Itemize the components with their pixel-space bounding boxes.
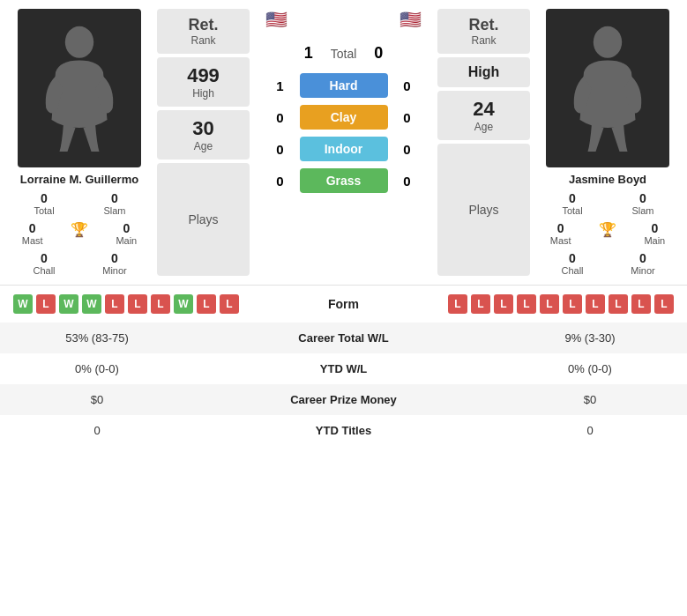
grass-surface-btn[interactable]: Grass	[300, 168, 388, 193]
left-player-stats: 0 Total 0 Slam 0 Mast 🏆	[9, 191, 150, 276]
form-section: WLWWLLLWLL Form LLLLLLLLLL	[0, 285, 687, 323]
left-main-stat: 0 Main	[104, 221, 148, 246]
hard-right-score: 0	[399, 78, 416, 93]
stat-center-label-0: Career Total W/L	[194, 323, 493, 353]
stat-left-val-0: 53% (83-75)	[0, 323, 194, 353]
left-trophy-icon: 🏆	[71, 221, 88, 238]
right-minor-label: Minor	[631, 265, 655, 276]
left-rank-sublabel: Rank	[164, 34, 243, 47]
right-chall-value: 0	[569, 251, 576, 265]
left-silhouette-svg	[40, 22, 119, 154]
left-chall-label: Chall	[33, 265, 55, 276]
form-badge-right-L: L	[563, 294, 582, 314]
form-badge-right-L: L	[586, 294, 605, 314]
form-badge-right-L: L	[471, 294, 490, 314]
left-trophy-icon-item: 🏆	[57, 221, 101, 246]
clay-surface-btn[interactable]: Clay	[300, 105, 388, 130]
left-mast-value: 0	[29, 221, 36, 235]
stat-right-val-3: 0	[493, 415, 687, 446]
left-age-box: 30 Age	[157, 110, 250, 160]
right-mast-stat: 0 Mast	[539, 221, 583, 246]
left-main-label: Main	[116, 235, 137, 246]
stat-left-val-1: 0% (0-0)	[0, 353, 194, 384]
left-total-value: 0	[41, 191, 48, 205]
total-label: Total	[331, 47, 357, 61]
right-chall-stat: 0 Chall	[550, 251, 594, 276]
form-badge-left-L: L	[128, 294, 147, 314]
left-stats-row-1: 0 Total 0 Slam	[9, 191, 150, 216]
clay-right-score: 0	[399, 110, 416, 125]
right-mast-label: Mast	[550, 235, 571, 246]
right-minor-value: 0	[639, 251, 646, 265]
right-player-avatar	[546, 9, 669, 167]
form-badge-right-L: L	[654, 294, 674, 314]
right-main-label: Main	[644, 235, 665, 246]
total-left-score: 1	[300, 44, 317, 63]
stat-left-val-3: 0	[0, 415, 194, 446]
indoor-surface-btn[interactable]: Indoor	[300, 137, 388, 161]
right-total-value: 0	[569, 191, 576, 205]
left-rank-ret: Ret.	[164, 16, 243, 34]
flags-row	[257, 9, 430, 30]
right-slam-label: Slam	[631, 205, 653, 216]
right-rank-ret: Ret.	[444, 16, 523, 34]
table-row: 53% (83-75) Career Total W/L 9% (3-30)	[0, 323, 687, 353]
left-player-name: Lorraine M. Guillermo	[20, 173, 138, 186]
form-badge-right-L: L	[540, 294, 559, 314]
right-minor-stat: 0 Minor	[621, 251, 665, 276]
right-age-label: Age	[444, 121, 523, 133]
left-rank-value: 499	[164, 64, 243, 87]
right-stats-row-3: 0 Chall 0 Minor	[537, 251, 678, 276]
left-mast-label: Mast	[22, 235, 43, 246]
surface-row-hard: 1 Hard 0	[257, 73, 430, 98]
form-badge-right-L: L	[517, 294, 536, 314]
right-mast-value: 0	[557, 221, 564, 235]
right-stats-row-2: 0 Mast 🏆 0 Main	[537, 221, 678, 246]
hard-surface-btn[interactable]: Hard	[300, 73, 388, 98]
right-player-name: Jasmine Boyd	[569, 173, 646, 186]
left-minor-value: 0	[111, 251, 118, 265]
left-plays-label: Plays	[188, 212, 218, 226]
right-rank-sublabel: Rank	[444, 34, 523, 47]
left-minor-stat: 0 Minor	[93, 251, 137, 276]
right-slam-stat: 0 Slam	[621, 191, 665, 216]
left-total-label: Total	[34, 205, 54, 216]
right-trophy-icon-item: 🏆	[586, 221, 630, 246]
svg-point-1	[594, 26, 622, 58]
form-badge-left-L: L	[220, 294, 239, 314]
clay-left-score: 0	[272, 110, 289, 125]
left-mast-stat: 0 Mast	[11, 221, 55, 246]
table-row: $0 Career Prize Money $0	[0, 384, 687, 415]
right-trophy-icon: 🏆	[599, 221, 616, 238]
right-silhouette	[546, 9, 669, 167]
right-age-box: 24 Age	[437, 91, 530, 140]
left-flag	[265, 9, 287, 30]
hard-left-score: 1	[272, 78, 289, 93]
players-section: Lorraine M. Guillermo 0 Total 0 Slam 0	[0, 0, 687, 285]
left-rank-tier: High	[164, 87, 243, 100]
right-rank-box: Ret. Rank	[437, 9, 530, 54]
left-minor-label: Minor	[102, 265, 127, 276]
left-age-label: Age	[164, 140, 243, 152]
right-main-value: 0	[651, 221, 658, 235]
surface-row-grass: 0 Grass 0	[257, 168, 430, 193]
stat-right-val-1: 0% (0-0)	[493, 353, 687, 384]
stats-table: 53% (83-75) Career Total W/L 9% (3-30) 0…	[0, 323, 687, 446]
right-slam-value: 0	[639, 191, 646, 205]
right-player-card: Jasmine Boyd 0 Total 0 Slam 0 Mast	[537, 9, 678, 276]
left-chall-stat: 0 Chall	[22, 251, 66, 276]
left-slam-value: 0	[111, 191, 118, 205]
form-badge-right-L: L	[494, 294, 513, 314]
stat-center-label-2: Career Prize Money	[194, 384, 493, 415]
right-main-stat: 0 Main	[632, 221, 676, 246]
right-flag	[400, 9, 422, 30]
left-plays-box: Plays	[157, 163, 250, 276]
form-badge-left-L: L	[105, 294, 124, 314]
left-rank-box: Ret. Rank	[157, 9, 250, 54]
left-stats-row-2: 0 Mast 🏆 0 Main	[9, 221, 150, 246]
total-row: 1 Total 0	[257, 44, 430, 63]
stat-left-val-2: $0	[0, 384, 194, 415]
main-container: Lorraine M. Guillermo 0 Total 0 Slam 0	[0, 0, 687, 446]
left-main-value: 0	[123, 221, 130, 235]
grass-right-score: 0	[399, 174, 416, 189]
